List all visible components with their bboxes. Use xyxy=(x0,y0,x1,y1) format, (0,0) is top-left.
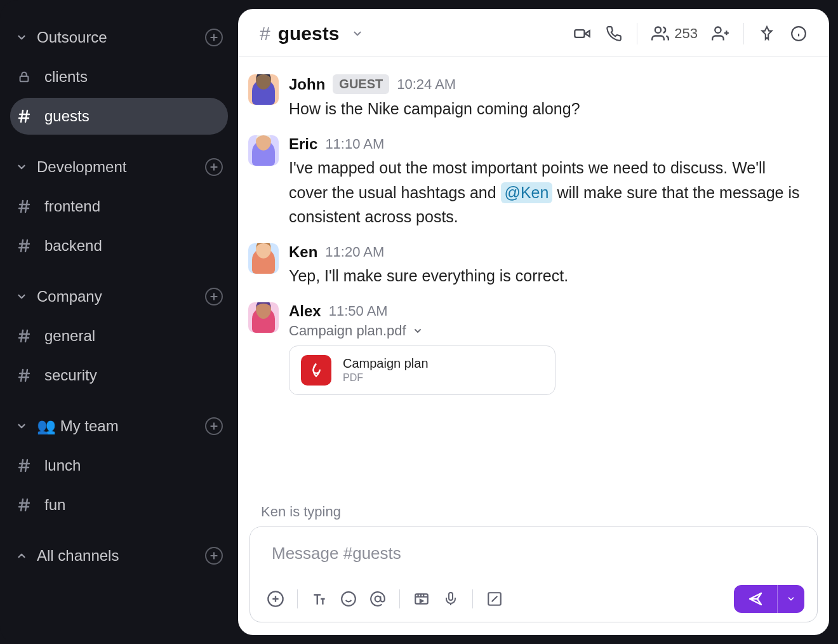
mention-icon[interactable] xyxy=(365,586,390,612)
channel-label: guests xyxy=(44,107,90,125)
section-header-outsource[interactable]: Outsource xyxy=(10,19,228,56)
all-channels-label: All channels xyxy=(37,547,196,565)
send-icon[interactable] xyxy=(734,585,777,613)
video-clip-icon[interactable] xyxy=(409,586,434,612)
message-time: 11:10 AM xyxy=(325,136,384,152)
all-channels[interactable]: All channels xyxy=(10,537,228,574)
messages-list: John GUEST 10:24 AM How is the Nike camp… xyxy=(238,57,829,504)
hash-icon xyxy=(15,458,33,473)
svg-line-35 xyxy=(21,499,23,511)
shortcut-icon[interactable] xyxy=(482,586,507,612)
hash-icon xyxy=(15,368,33,383)
section-header-development[interactable]: Development xyxy=(10,149,228,185)
message-input[interactable] xyxy=(250,527,817,579)
channel-label: security xyxy=(44,366,97,384)
channel-title[interactable]: guests xyxy=(278,23,340,44)
hash-icon xyxy=(15,328,33,344)
header-actions: 253 xyxy=(573,23,808,44)
message-author[interactable]: Alex xyxy=(289,302,321,320)
message-author[interactable]: John xyxy=(289,76,325,93)
send-button[interactable] xyxy=(734,585,804,613)
attachment-name: Campaign plan xyxy=(343,356,429,371)
channel-lunch[interactable]: lunch xyxy=(10,447,228,484)
section-title: Company xyxy=(37,288,196,305)
attachment-type: PDF xyxy=(343,372,429,384)
add-channel-icon[interactable] xyxy=(205,29,223,46)
channel-security[interactable]: security xyxy=(10,357,228,394)
hash-icon xyxy=(15,109,33,124)
attachment-card[interactable]: Campaign plan PDF xyxy=(289,345,555,395)
add-attachment-icon[interactable] xyxy=(263,586,288,612)
chevron-down-icon xyxy=(413,326,423,336)
send-options-icon[interactable] xyxy=(777,585,804,613)
chevron-down-icon xyxy=(15,161,28,173)
add-channel-icon[interactable] xyxy=(205,547,223,565)
message-text: Yep, I'll make sure everything is correc… xyxy=(289,264,808,288)
svg-line-11 xyxy=(21,201,23,212)
mention[interactable]: @Ken xyxy=(501,182,553,203)
avatar[interactable] xyxy=(248,302,279,333)
svg-line-6 xyxy=(25,111,27,122)
channel-label: lunch xyxy=(44,457,81,474)
message-time: 11:50 AM xyxy=(329,303,388,319)
svg-line-25 xyxy=(21,370,23,381)
chevron-down-icon[interactable] xyxy=(352,28,363,39)
microphone-icon[interactable] xyxy=(438,586,463,612)
avatar[interactable] xyxy=(248,135,279,166)
section-header-myteam[interactable]: 👥 My team xyxy=(10,408,228,445)
add-channel-icon[interactable] xyxy=(205,288,223,305)
section-title: Outsource xyxy=(37,29,196,46)
avatar[interactable] xyxy=(248,74,279,105)
channel-guests[interactable]: guests xyxy=(10,98,228,135)
member-count[interactable]: 253 xyxy=(651,25,698,43)
divider xyxy=(637,23,637,44)
channel-label: general xyxy=(44,327,95,345)
channel-fun[interactable]: fun xyxy=(10,486,228,523)
attachment-title: Campaign plan.pdf xyxy=(289,323,406,339)
text-format-icon[interactable] xyxy=(307,586,332,612)
message-author[interactable]: Ken xyxy=(289,243,317,261)
phone-call-icon[interactable] xyxy=(605,25,623,43)
message-composer xyxy=(249,527,818,622)
divider xyxy=(743,23,744,44)
avatar[interactable] xyxy=(248,243,279,274)
message-text: I've mapped out the most important point… xyxy=(289,156,808,229)
svg-point-51 xyxy=(342,592,356,606)
channel-clients[interactable]: clients xyxy=(10,58,228,95)
hash-icon: # xyxy=(260,23,270,44)
channel-backend[interactable]: backend xyxy=(10,227,228,264)
channel-general[interactable]: general xyxy=(10,318,228,354)
svg-rect-2 xyxy=(20,76,29,81)
svg-line-32 xyxy=(25,460,27,471)
guest-badge: GUEST xyxy=(333,74,389,94)
svg-rect-57 xyxy=(449,593,453,600)
svg-line-21 xyxy=(21,330,23,342)
hash-icon xyxy=(15,497,33,513)
chevron-down-icon xyxy=(15,31,28,44)
message: Ken 11:20 AM Yep, I'll make sure everyth… xyxy=(248,238,808,297)
add-channel-icon[interactable] xyxy=(205,417,223,435)
channel-frontend[interactable]: frontend xyxy=(10,188,228,225)
pdf-icon xyxy=(301,355,331,386)
svg-line-59 xyxy=(492,596,498,602)
message: John GUEST 10:24 AM How is the Nike camp… xyxy=(248,69,808,130)
lock-icon xyxy=(15,70,33,84)
channel-label: frontend xyxy=(44,198,100,215)
emoji-icon[interactable] xyxy=(336,586,361,612)
section-header-company[interactable]: Company xyxy=(10,278,228,315)
attachment-toggle[interactable]: Campaign plan.pdf xyxy=(289,323,808,339)
add-member-icon[interactable] xyxy=(712,25,729,43)
svg-rect-39 xyxy=(575,30,585,37)
svg-line-5 xyxy=(21,111,23,122)
hash-icon xyxy=(15,238,33,253)
message-author[interactable]: Eric xyxy=(289,135,317,153)
pin-icon[interactable] xyxy=(758,25,776,43)
svg-line-15 xyxy=(21,240,23,252)
video-call-icon[interactable] xyxy=(573,25,591,43)
svg-line-26 xyxy=(25,370,27,381)
message-time: 10:24 AM xyxy=(397,76,456,93)
channel-label: clients xyxy=(44,68,88,86)
info-icon[interactable] xyxy=(790,25,808,43)
add-channel-icon[interactable] xyxy=(205,158,223,176)
hash-icon xyxy=(15,199,33,214)
